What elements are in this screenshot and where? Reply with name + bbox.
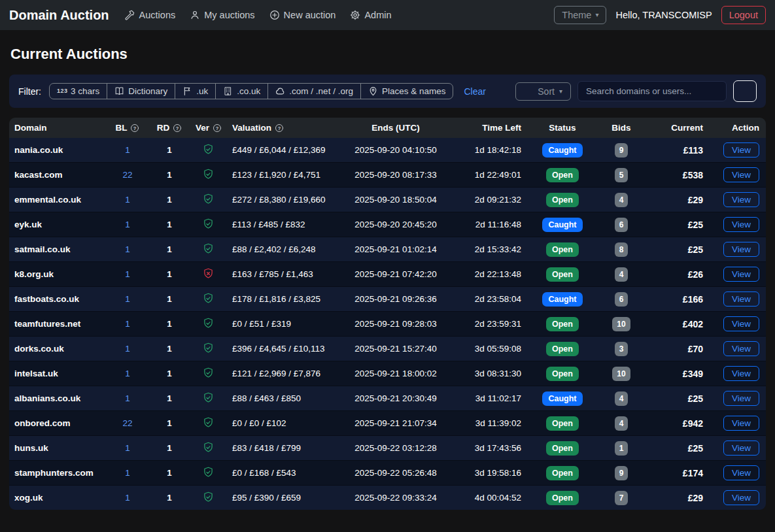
sort-dropdown[interactable]: Sort ▾	[515, 82, 571, 101]
theme-dropdown[interactable]: Theme ▾	[554, 6, 606, 24]
view-button[interactable]: View	[723, 366, 759, 381]
status-badge: Open	[546, 416, 579, 431]
backlinks-link[interactable]: 1	[125, 195, 130, 205]
view-button[interactable]: View	[723, 465, 759, 480]
valuation-value: £88 / £463 / £850	[227, 386, 338, 411]
domain-name: k8.org.uk	[9, 262, 107, 287]
time-left: 2d 22:13:48	[453, 262, 532, 287]
current-price: £942	[649, 411, 714, 436]
backlinks-link[interactable]: 1	[125, 220, 130, 229]
logout-button[interactable]: Logout	[721, 6, 766, 24]
backlinks-link[interactable]: 1	[125, 244, 130, 254]
svg-text:?: ?	[278, 125, 281, 131]
view-button[interactable]: View	[723, 217, 759, 232]
backlinks-link[interactable]: 1	[125, 468, 130, 478]
search-button[interactable]	[733, 80, 757, 102]
valuation-value: £83 / £418 / £799	[227, 436, 338, 461]
view-button[interactable]: View	[723, 316, 759, 331]
chevron-down-icon: ▾	[559, 88, 562, 95]
question-circle-icon[interactable]: ?	[213, 124, 222, 133]
auctions-table: DomainBL?RD?Ver?Valuation?Ends (UTC)Time…	[9, 118, 766, 510]
backlinks-link[interactable]: 1	[125, 493, 130, 503]
filter-button-dictionary[interactable]: Dictionary	[107, 83, 175, 99]
time-left: 2d 23:59:31	[453, 312, 532, 337]
question-circle-icon[interactable]: ?	[275, 124, 284, 133]
status-badge: Open	[546, 267, 579, 282]
backlinks-link[interactable]: 1	[125, 393, 130, 403]
backlinks-link[interactable]: 1	[125, 294, 130, 304]
view-button[interactable]: View	[723, 391, 759, 406]
ends-datetime: 2025-09-20 18:50:04	[338, 188, 453, 212]
question-circle-icon[interactable]: ?	[173, 124, 182, 133]
table-row: nania.co.uk11£449 / £6,044 / £12,3692025…	[9, 138, 766, 163]
domain-name: xog.uk	[9, 486, 107, 510]
current-price: £538	[649, 163, 714, 188]
rd-value: 1	[148, 312, 190, 337]
nav-item-auctions[interactable]: Auctions	[125, 10, 176, 20]
shield-check-icon	[203, 342, 214, 354]
valuation-value: £0 / £51 / £319	[227, 312, 338, 337]
bids-badge: 10	[612, 317, 630, 331]
backlinks-link[interactable]: 1	[125, 443, 130, 453]
valuation-value: £449 / £6,044 / £12,369	[227, 138, 338, 163]
filter-button-places-names[interactable]: Places & names	[360, 83, 454, 99]
backlinks-link[interactable]: 1	[125, 319, 130, 329]
status-badge: Open	[546, 367, 579, 381]
view-button[interactable]: View	[723, 291, 759, 307]
backlinks-link[interactable]: 1	[125, 344, 130, 354]
view-button[interactable]: View	[723, 192, 759, 207]
search-input[interactable]	[577, 81, 727, 101]
view-button[interactable]: View	[723, 242, 759, 257]
backlinks-link[interactable]: 1	[125, 145, 130, 155]
user-greeting: Hello, TRANSCOMISP	[615, 10, 712, 20]
filter-button-3-chars[interactable]: 1233 chars	[49, 83, 107, 99]
current-price: £402	[649, 312, 714, 337]
backlinks-link[interactable]: 1	[125, 269, 130, 279]
backlinks-link[interactable]: 22	[122, 170, 132, 180]
filter-right: Sort ▾	[515, 80, 757, 102]
svg-text:?: ?	[133, 125, 137, 131]
rd-value: 1	[148, 237, 190, 262]
view-button[interactable]: View	[723, 267, 759, 282]
nav-item-my-auctions[interactable]: My auctions	[190, 10, 254, 20]
clear-filters-link[interactable]: Clear	[464, 86, 485, 97]
column-header-current: Current	[649, 118, 714, 138]
nav-item-admin[interactable]: Admin	[350, 10, 391, 20]
view-button[interactable]: View	[723, 167, 759, 182]
chevron-down-icon: ▾	[595, 12, 598, 18]
view-button[interactable]: View	[723, 441, 759, 456]
view-button[interactable]: View	[723, 341, 759, 356]
nav-item-new-auction[interactable]: New auction	[269, 10, 336, 20]
app-brand[interactable]: Domain Auction	[9, 8, 109, 23]
filter-button-uk[interactable]: .uk	[175, 83, 216, 99]
building-icon	[223, 86, 233, 96]
backlinks-link[interactable]: 1	[125, 369, 130, 378]
filter-button-com-net-org[interactable]: .com / .net / .org	[267, 83, 361, 99]
filter-button-co-uk[interactable]: .co.uk	[215, 83, 268, 99]
column-header-bl: BL?	[107, 118, 148, 138]
bids-badge: 8	[615, 242, 629, 257]
column-header-time-left: Time Left	[453, 118, 532, 138]
current-price: £29	[649, 188, 714, 212]
time-left: 3d 11:02:17	[453, 386, 532, 411]
page-title: Current Auctions	[10, 46, 765, 63]
table-row: emmental.co.uk11£272 / £8,380 / £19,6602…	[9, 188, 766, 212]
column-header-rd: RD?	[148, 118, 190, 138]
rd-value: 1	[148, 212, 190, 237]
table-row: intelsat.uk11£121 / £2,969 / £7,8762025-…	[9, 361, 766, 386]
book-icon	[114, 86, 124, 96]
valuation-value: £0 / £0 / £102	[227, 411, 338, 436]
question-circle-icon[interactable]: ?	[130, 124, 139, 133]
shield-check-icon	[203, 218, 214, 229]
view-button[interactable]: View	[723, 142, 759, 158]
backlinks-link[interactable]: 22	[122, 418, 132, 428]
ends-datetime: 2025-09-21 09:26:36	[338, 287, 453, 312]
view-button[interactable]: View	[723, 416, 759, 431]
valuation-value: £396 / £4,645 / £10,113	[227, 337, 338, 361]
domain-name: eyk.uk	[9, 212, 107, 237]
domain-name: stamphunters.com	[9, 461, 107, 486]
current-price: £166	[649, 287, 714, 312]
ends-datetime: 2025-09-22 05:26:48	[338, 461, 453, 486]
column-header-ver: Ver?	[190, 118, 227, 138]
view-button[interactable]: View	[723, 490, 759, 505]
